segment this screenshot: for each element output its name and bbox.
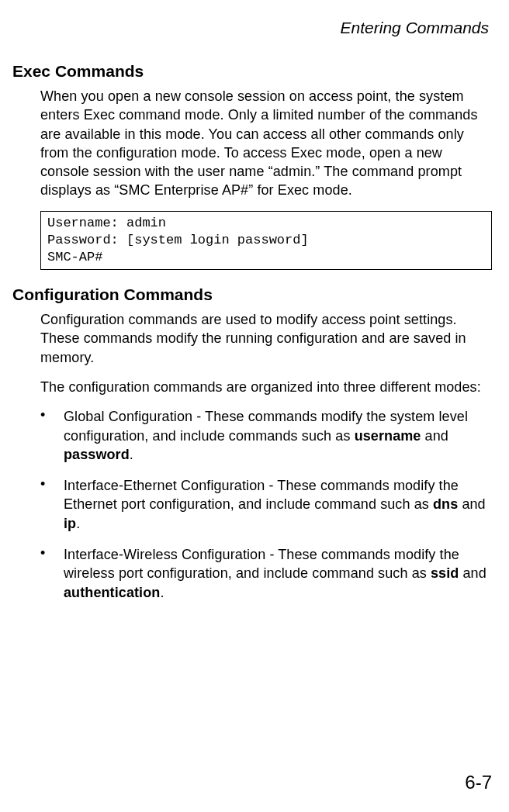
list-item: • Interface-Ethernet Configuration - The… [40,476,492,533]
section-heading-config: Configuration Commands [12,285,495,304]
bullet-icon: • [40,476,64,533]
bullet-mid: and [421,428,448,444]
list-item: • Interface-Wireless Configuration - The… [40,545,492,602]
bullet-post: . [130,447,133,462]
config-bullet-list: • Global Configuration - These commands … [40,407,492,602]
exec-paragraph: When you open a new console session on a… [40,87,492,200]
bullet-post: . [76,516,80,531]
bullet-bold: username [355,428,421,444]
bullet-icon: • [40,545,64,602]
bullet-pre: Interface-Wireless Configuration - These… [64,547,459,581]
config-paragraph-1: Configuration commands are used to modif… [40,310,492,367]
bullet-text-3: Interface-Wireless Configuration - These… [64,545,492,602]
config-paragraph-2: The configuration commands are organized… [40,378,492,396]
section-heading-exec: Exec Commands [12,62,495,81]
code-block-exec: Username: admin Password: [system login … [40,211,492,270]
bullet-bold: dns [433,496,458,512]
list-item: • Global Configuration - These commands … [40,407,492,464]
bullet-bold: ip [64,516,76,531]
bullet-mid: and [458,496,485,512]
bullet-bold: password [64,447,130,462]
bullet-icon: • [40,407,64,464]
bullet-text-2: Interface-Ethernet Configuration - These… [64,476,492,533]
bullet-text-1: Global Configuration - These commands mo… [64,407,492,464]
bullet-pre: Interface-Ethernet Configuration - These… [64,478,459,512]
bullet-post: . [160,585,164,600]
bullet-bold: authentication [64,585,160,600]
page-number: 6-7 [465,772,492,793]
bullet-mid: and [459,565,486,581]
chapter-title: Entering Commands [12,19,495,37]
bullet-bold: ssid [431,565,459,581]
